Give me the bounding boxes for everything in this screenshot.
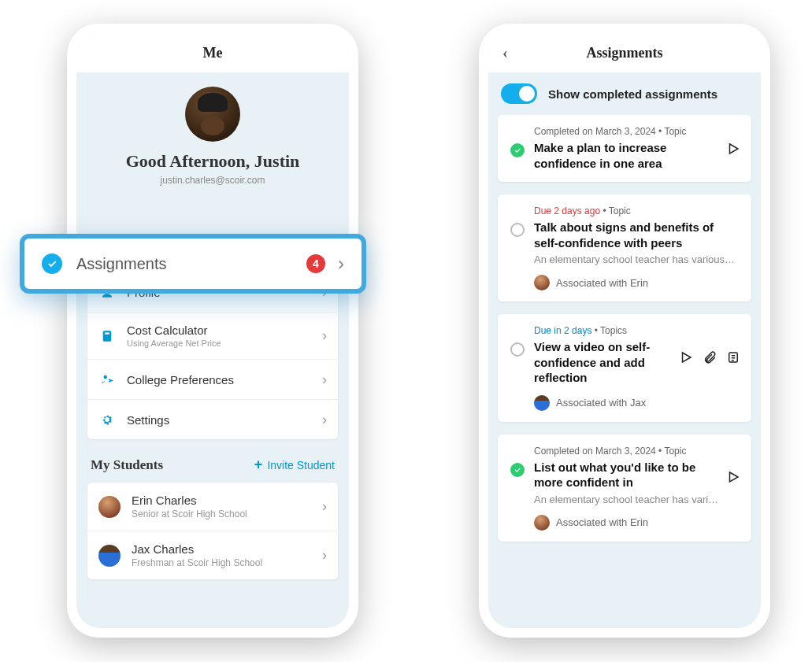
chevron-right-icon: › bbox=[338, 253, 344, 275]
avatar bbox=[98, 496, 121, 518]
card-association: Associated with Erin bbox=[534, 515, 740, 531]
menu-item-settings[interactable]: Settings › bbox=[87, 400, 338, 439]
menu-item-college-preferences[interactable]: College Preferences › bbox=[87, 360, 338, 400]
gear-icon bbox=[98, 411, 116, 428]
svg-rect-2 bbox=[105, 332, 109, 334]
card-meta: Due in 2 days • Topics bbox=[534, 325, 740, 336]
page-title: Assignments bbox=[586, 45, 662, 61]
student-list: Erin Charles Senior at Scoir High School… bbox=[87, 483, 338, 579]
assignment-card[interactable]: Due 2 days ago • TopicTalk about signs a… bbox=[498, 194, 751, 301]
status-open-icon bbox=[510, 342, 525, 357]
menu-list: Profile › Cost Calculator Using Average … bbox=[87, 272, 338, 439]
avatar bbox=[534, 515, 550, 531]
card-title: Make a plan to increase confidence in on… bbox=[534, 140, 740, 171]
my-students-header: My Students bbox=[91, 457, 163, 473]
card-meta: Due 2 days ago • Topic bbox=[534, 205, 740, 216]
invite-student-button[interactable]: + Invite Student bbox=[254, 457, 335, 473]
page-title: Me bbox=[203, 45, 223, 61]
card-meta: Completed on March 3, 2024 • Topic bbox=[534, 446, 740, 457]
student-item-jax[interactable]: Jax Charles Freshman at Scoir High Schoo… bbox=[87, 531, 338, 579]
phone-assignments-screen: ‹ Assignments Show completed assignments… bbox=[479, 24, 770, 638]
assignment-card[interactable]: Completed on March 3, 2024 • TopicList o… bbox=[498, 435, 751, 542]
greeting-text: Good Afternoon, Justin bbox=[76, 151, 349, 172]
profile-section: Good Afternoon, Justin justin.charles@sc… bbox=[76, 72, 349, 206]
menu-label: Settings bbox=[127, 413, 322, 427]
card-description: An elementary school teacher has vari… bbox=[534, 494, 740, 505]
user-email: justin.charles@scoir.com bbox=[76, 175, 349, 186]
play-icon[interactable] bbox=[726, 142, 740, 156]
note-icon[interactable] bbox=[726, 350, 740, 364]
preferences-icon bbox=[98, 371, 116, 388]
show-completed-toggle[interactable] bbox=[501, 83, 537, 104]
toggle-row: Show completed assignments bbox=[488, 72, 761, 115]
card-meta: Completed on March 3, 2024 • Topic bbox=[534, 126, 740, 137]
menu-sublabel: Using Average Net Price bbox=[127, 338, 322, 348]
assignment-card[interactable]: Completed on March 3, 2024 • TopicMake a… bbox=[498, 115, 751, 182]
back-button[interactable]: ‹ bbox=[502, 44, 508, 62]
assignments-badge: 4 bbox=[306, 254, 325, 273]
status-done-icon bbox=[510, 143, 525, 157]
avatar bbox=[98, 545, 121, 567]
menu-item-cost-calculator[interactable]: Cost Calculator Using Average Net Price … bbox=[87, 313, 338, 360]
card-association: Associated with Erin bbox=[534, 275, 740, 290]
check-circle-icon bbox=[42, 253, 62, 274]
assignments-label: Assignments bbox=[76, 255, 306, 273]
student-sublabel: Senior at Scoir High School bbox=[132, 509, 322, 520]
card-title: Talk about signs and benefits of self-co… bbox=[534, 220, 740, 250]
avatar bbox=[534, 275, 550, 290]
header-bar: ‹ Assignments bbox=[488, 33, 761, 72]
student-name: Jax Charles bbox=[132, 542, 322, 556]
menu-label: College Preferences bbox=[127, 373, 322, 386]
chevron-right-icon: › bbox=[322, 547, 327, 564]
status-open-icon bbox=[510, 223, 525, 237]
assignment-list: Completed on March 3, 2024 • TopicMake a… bbox=[488, 115, 761, 542]
phone-me-screen: Me Good Afternoon, Justin justin.charles… bbox=[67, 24, 358, 638]
plus-icon: + bbox=[254, 457, 263, 473]
chevron-right-icon: › bbox=[322, 372, 327, 388]
header-bar: Me bbox=[76, 33, 349, 72]
paperclip-icon[interactable] bbox=[703, 350, 717, 364]
student-item-erin[interactable]: Erin Charles Senior at Scoir High School… bbox=[87, 483, 338, 531]
assignment-card[interactable]: Due in 2 days • TopicsView a video on se… bbox=[498, 314, 751, 422]
play-icon[interactable] bbox=[726, 470, 740, 484]
student-name: Erin Charles bbox=[132, 494, 322, 507]
svg-rect-1 bbox=[103, 331, 112, 342]
calculator-icon bbox=[98, 327, 116, 345]
menu-item-assignments-highlight[interactable]: Assignments 4 › bbox=[20, 234, 366, 294]
chevron-right-icon: › bbox=[322, 498, 327, 515]
card-association: Associated with Jax bbox=[534, 395, 740, 411]
avatar bbox=[534, 395, 550, 411]
student-sublabel: Freshman at Scoir High School bbox=[132, 557, 322, 568]
invite-label: Invite Student bbox=[267, 459, 335, 472]
status-done-icon bbox=[510, 463, 525, 477]
menu-label: Cost Calculator bbox=[127, 324, 322, 337]
chevron-right-icon: › bbox=[322, 412, 327, 428]
toggle-label: Show completed assignments bbox=[548, 87, 717, 101]
svg-point-3 bbox=[104, 375, 108, 379]
play-icon[interactable] bbox=[679, 350, 693, 364]
avatar[interactable] bbox=[185, 87, 240, 142]
card-description: An elementary school teacher has various… bbox=[534, 253, 740, 265]
chevron-right-icon: › bbox=[322, 327, 327, 344]
card-title: List out what you'd like to be more conf… bbox=[534, 460, 740, 490]
